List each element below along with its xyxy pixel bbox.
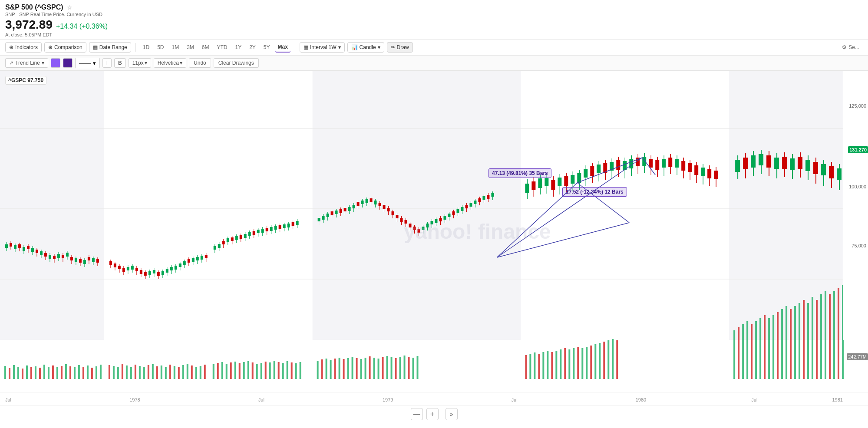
svg-rect-320 [409, 224, 412, 227]
range-ytd[interactable]: YTD [214, 43, 230, 52]
svg-rect-93 [395, 358, 397, 379]
calendar-grid-icon: ▦ [304, 44, 308, 50]
svg-rect-162 [36, 250, 38, 253]
svg-rect-156 [23, 247, 25, 251]
color-swatch-1[interactable] [51, 58, 60, 68]
svg-rect-336 [443, 216, 446, 220]
range-1m[interactable]: 1M [169, 43, 182, 52]
date-range-button[interactable]: ▦ Date Range [89, 42, 131, 53]
star-icon[interactable]: ☆ [67, 4, 73, 11]
trend-line-button[interactable]: ↗ Trend Line ▾ [5, 58, 48, 68]
zoom-in-button[interactable]: + [426, 408, 439, 420]
interval-button[interactable]: ▦ Interval 1W ▾ [300, 42, 345, 53]
svg-rect-32 [113, 366, 115, 379]
svg-rect-158 [27, 246, 30, 249]
candle-button[interactable]: 📊 Candle ▾ [347, 42, 384, 53]
svg-rect-136 [799, 303, 800, 379]
svg-rect-154 [18, 244, 21, 248]
indicators-button[interactable]: ⊕ Indicators [5, 42, 42, 53]
svg-rect-142 [825, 291, 826, 379]
svg-rect-75 [317, 361, 319, 379]
scroll-right-button[interactable]: » [446, 408, 458, 420]
font-size-button[interactable]: 11px ▾ [129, 58, 151, 68]
comparison-button[interactable]: ⊕ Comparison [44, 42, 86, 53]
svg-rect-168 [49, 255, 51, 259]
divider2 [295, 43, 295, 52]
svg-rect-19 [52, 365, 54, 379]
svg-rect-310 [387, 208, 390, 211]
svg-rect-141 [820, 294, 822, 379]
range-2y[interactable]: 2Y [247, 43, 258, 52]
svg-rect-246 [231, 237, 234, 241]
x-axis: Jul 1978 Jul 1979 Jul 1980 Jul 1981 [0, 392, 868, 405]
svg-rect-56 [221, 362, 223, 379]
svg-rect-178 [70, 257, 73, 260]
font-family-button[interactable]: Helvetica ▾ [154, 58, 186, 68]
price-change: +14.34 (+0.36%) [56, 23, 108, 30]
chevron-down-icon4: ▾ [93, 60, 96, 66]
svg-rect-137 [803, 300, 805, 379]
range-1d[interactable]: 1D [140, 43, 152, 52]
draw-button[interactable]: ✏ Draw [387, 42, 413, 53]
svg-rect-98 [417, 356, 419, 379]
svg-rect-160 [31, 248, 34, 252]
line-style-button[interactable]: —— ▾ [75, 58, 100, 68]
svg-rect-103 [542, 352, 544, 379]
range-3m[interactable]: 3M [184, 43, 197, 52]
svg-rect-100 [529, 354, 531, 379]
zoom-out-button[interactable]: — [411, 408, 423, 420]
range-1y[interactable]: 1Y [232, 43, 244, 52]
chart-area[interactable]: 125,000 100,000 75,000 131.270 242.77M ^… [0, 71, 868, 392]
clear-drawings-button[interactable]: Clear Drawings [214, 58, 259, 68]
x-label-jul78: Jul [258, 397, 264, 402]
svg-rect-412 [694, 165, 698, 175]
price: 3,972.89 [5, 18, 53, 32]
color-swatch-2[interactable] [63, 58, 73, 68]
svg-rect-127 [759, 318, 761, 379]
svg-rect-414 [701, 168, 705, 176]
svg-rect-44 [165, 367, 167, 379]
svg-rect-74 [300, 362, 301, 379]
svg-rect-29 [96, 366, 97, 379]
x-label-1980: 1980 [636, 397, 646, 402]
range-6m[interactable]: 6M [199, 43, 212, 52]
range-max[interactable]: Max [275, 42, 290, 53]
bold-button[interactable]: B [114, 58, 126, 68]
svg-rect-39 [143, 367, 145, 379]
svg-rect-31 [109, 365, 110, 379]
undo-button[interactable]: Undo [189, 58, 211, 68]
svg-rect-135 [794, 306, 796, 379]
svg-rect-20 [56, 367, 58, 379]
price-level-75: 75,000 [851, 243, 866, 248]
svg-rect-61 [243, 362, 245, 379]
svg-rect-314 [396, 215, 399, 218]
chart-svg[interactable] [0, 71, 846, 392]
settings-button[interactable]: ⚙ Se... [838, 43, 863, 52]
italic-button[interactable]: I [102, 58, 112, 68]
top-bar: S&P 500 (^GSPC) ☆ SNP - SNP Real Time Pr… [0, 0, 868, 39]
svg-rect-107 [560, 349, 561, 379]
divider1 [135, 43, 136, 52]
svg-rect-36 [130, 367, 132, 379]
svg-rect-346 [465, 205, 468, 208]
svg-rect-334 [439, 218, 442, 221]
svg-rect-200 [127, 267, 129, 270]
svg-rect-38 [139, 366, 141, 379]
calendar-icon: ▦ [93, 44, 98, 50]
range-5d[interactable]: 5D [155, 43, 166, 52]
svg-rect-15 [35, 366, 36, 379]
svg-rect-131 [777, 312, 779, 379]
svg-rect-256 [253, 231, 255, 235]
svg-rect-88 [373, 358, 375, 379]
svg-rect-170 [53, 256, 56, 259]
svg-rect-37 [135, 365, 136, 379]
svg-rect-77 [326, 359, 327, 379]
svg-rect-316 [400, 218, 403, 222]
svg-rect-47 [178, 367, 180, 379]
svg-rect-148 [5, 244, 8, 248]
svg-rect-446 [837, 168, 842, 180]
range-5y[interactable]: 5Y [261, 43, 273, 52]
svg-rect-139 [812, 297, 813, 379]
svg-rect-35 [126, 365, 128, 379]
draw-toolbar: ↗ Trend Line ▾ —— ▾ I B 11px ▾ Helvetica… [0, 56, 868, 71]
